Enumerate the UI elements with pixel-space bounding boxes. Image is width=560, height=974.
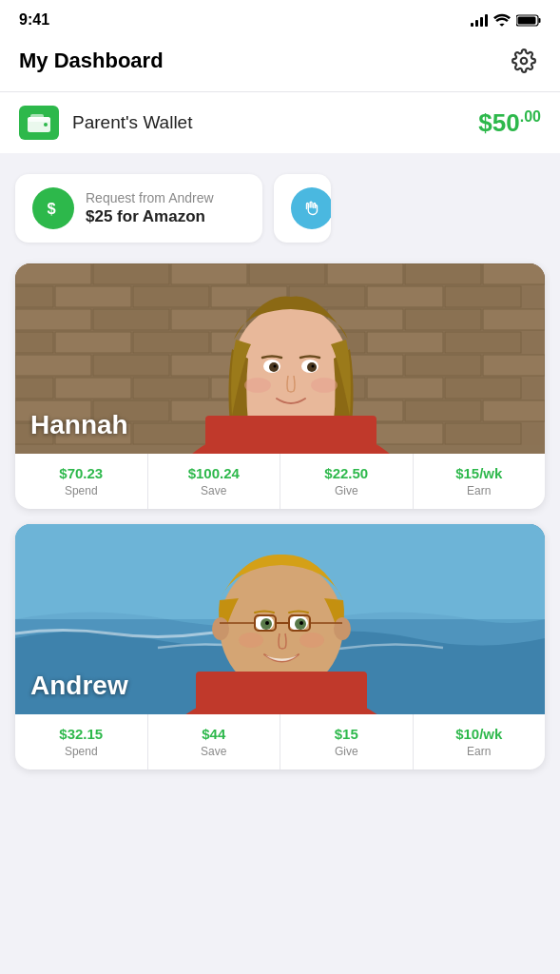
hannah-give-value: $22.50 xyxy=(324,465,368,481)
andrew-stats: $32.15 Spend $44 Save $15 Give $10/wk Ea… xyxy=(15,714,545,769)
andrew-stat-give[interactable]: $15 Give xyxy=(280,714,414,769)
andrew-save-label: Save xyxy=(201,745,226,758)
svg-rect-47 xyxy=(133,378,209,399)
header: My Dashboard xyxy=(0,34,560,92)
svg-rect-36 xyxy=(367,332,443,353)
svg-rect-77 xyxy=(205,416,377,454)
andrew-stat-earn[interactable]: $10/wk Earn xyxy=(414,714,546,769)
andrew-photo: Andrew xyxy=(15,524,545,714)
svg-point-84 xyxy=(334,617,351,640)
status-bar: 9:41 xyxy=(0,0,560,34)
hannah-earn-label: Earn xyxy=(467,484,491,497)
request-dollar-icon: $ xyxy=(32,187,74,229)
svg-rect-50 xyxy=(367,378,443,399)
svg-rect-15 xyxy=(405,263,481,284)
svg-rect-1 xyxy=(518,16,536,24)
request-amount: $25 for Amazon xyxy=(86,207,214,226)
svg-rect-26 xyxy=(171,309,247,330)
svg-rect-23 xyxy=(445,286,521,307)
svg-rect-11 xyxy=(93,263,169,284)
svg-point-90 xyxy=(299,621,303,625)
svg-rect-39 xyxy=(93,355,169,376)
svg-rect-25 xyxy=(93,309,169,330)
svg-rect-2 xyxy=(539,18,541,23)
andrew-save-value: $44 xyxy=(202,726,225,742)
svg-rect-17 xyxy=(15,286,53,307)
hannah-earn-value: $15/wk xyxy=(455,465,502,481)
hannah-save-value: $100.24 xyxy=(188,465,240,481)
hannah-spend-label: Spend xyxy=(65,484,98,497)
svg-rect-6 xyxy=(30,114,44,119)
svg-text:$: $ xyxy=(48,200,56,217)
svg-rect-46 xyxy=(55,378,131,399)
andrew-stat-spend[interactable]: $32.15 Spend xyxy=(15,714,148,769)
svg-rect-18 xyxy=(55,286,131,307)
child-card-hannah[interactable]: Hannah $70.23 Spend $100.24 Save $22.50 … xyxy=(15,263,545,509)
request-card-andrew[interactable]: $ Request from Andrew $25 for Amazon xyxy=(15,174,262,243)
hannah-stat-earn[interactable]: $15/wk Earn xyxy=(414,454,546,509)
svg-point-89 xyxy=(265,621,269,625)
wallet-amount-whole: $50 xyxy=(478,108,519,137)
wallet-label: Parent's Wallet xyxy=(72,112,192,133)
svg-rect-19 xyxy=(133,286,209,307)
svg-rect-45 xyxy=(15,378,53,399)
svg-point-75 xyxy=(244,378,271,393)
page-title: My Dashboard xyxy=(19,49,164,73)
hannah-give-label: Give xyxy=(335,484,358,497)
battery-icon xyxy=(516,14,541,27)
svg-rect-51 xyxy=(445,378,521,399)
svg-rect-29 xyxy=(405,309,481,330)
request-text: Request from Andrew $25 for Amazon xyxy=(86,190,214,226)
dollar-sign-icon: $ xyxy=(43,198,64,219)
svg-point-3 xyxy=(521,58,528,65)
svg-rect-30 xyxy=(483,309,545,330)
wallet-amount-cents: .00 xyxy=(520,108,541,125)
hannah-name: Hannah xyxy=(30,410,128,440)
children-section: Hannah $70.23 Spend $100.24 Save $22.50 … xyxy=(0,256,560,785)
andrew-earn-value: $10/wk xyxy=(455,726,502,742)
andrew-spend-label: Spend xyxy=(65,745,98,758)
hannah-stat-give[interactable]: $22.50 Give xyxy=(280,454,414,509)
hannah-save-label: Save xyxy=(201,484,226,497)
svg-rect-32 xyxy=(55,332,131,353)
andrew-stat-save[interactable]: $44 Save xyxy=(148,714,281,769)
andrew-give-value: $15 xyxy=(335,726,358,742)
hannah-stats: $70.23 Spend $100.24 Save $22.50 Give $1… xyxy=(15,454,545,509)
svg-point-74 xyxy=(312,365,315,368)
svg-rect-16 xyxy=(483,263,545,284)
andrew-earn-label: Earn xyxy=(467,745,491,758)
hannah-spend-value: $70.23 xyxy=(59,465,103,481)
wallet-symbol xyxy=(27,112,51,133)
andrew-spend-value: $32.15 xyxy=(59,726,103,742)
settings-button[interactable] xyxy=(507,44,541,78)
svg-rect-37 xyxy=(445,332,521,353)
svg-rect-98 xyxy=(196,672,367,714)
wifi-icon xyxy=(493,13,511,27)
svg-rect-10 xyxy=(15,263,91,284)
svg-rect-13 xyxy=(249,263,325,284)
svg-rect-28 xyxy=(327,309,403,330)
svg-rect-44 xyxy=(483,355,545,376)
status-time: 9:41 xyxy=(19,11,49,29)
andrew-name: Andrew xyxy=(30,671,128,701)
andrew-give-label: Give xyxy=(335,745,358,758)
svg-rect-65 xyxy=(445,423,521,444)
hand-icon xyxy=(301,198,322,219)
hannah-stat-spend[interactable]: $70.23 Spend xyxy=(15,454,148,509)
divider-1 xyxy=(0,153,560,161)
signal-icon xyxy=(471,13,488,27)
svg-rect-61 xyxy=(133,423,209,444)
hannah-stat-save[interactable]: $100.24 Save xyxy=(148,454,281,509)
wallet-icon xyxy=(19,106,59,140)
svg-rect-14 xyxy=(327,263,403,284)
child-card-andrew[interactable]: Andrew $32.15 Spend $44 Save $15 Give $1… xyxy=(15,524,545,769)
svg-rect-58 xyxy=(483,400,545,421)
svg-point-96 xyxy=(239,633,263,648)
request-from: Request from Andrew xyxy=(86,190,214,205)
wallet-balance: $50.00 xyxy=(478,108,541,138)
svg-point-97 xyxy=(299,633,324,648)
wallet-section[interactable]: Parent's Wallet $50.00 xyxy=(0,92,560,153)
svg-rect-22 xyxy=(367,286,443,307)
status-icons xyxy=(471,13,541,27)
svg-rect-12 xyxy=(171,263,247,284)
